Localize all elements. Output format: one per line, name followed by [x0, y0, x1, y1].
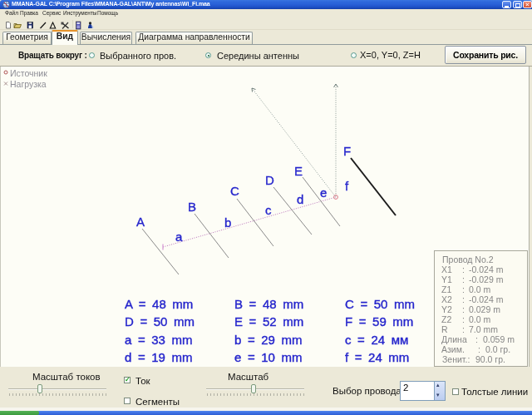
svg-text:b: b	[224, 215, 231, 230]
svg-text:E: E	[294, 164, 303, 178]
svg-text:c: c	[265, 203, 272, 217]
svg-text:B: B	[188, 200, 196, 214]
svg-text:a: a	[175, 230, 183, 244]
svg-text:C: C	[230, 184, 239, 198]
svg-text:e: e	[320, 185, 327, 200]
svg-text:d: d	[297, 192, 303, 206]
svg-text:F: F	[343, 144, 351, 158]
svg-text:D: D	[265, 173, 274, 187]
svg-text:f: f	[345, 179, 349, 193]
svg-text:A: A	[136, 215, 145, 229]
